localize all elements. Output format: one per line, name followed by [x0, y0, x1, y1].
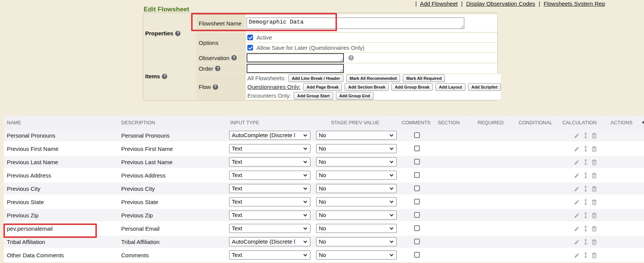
questionnaires-only-caption[interactable]: Questionnaires Only: — [247, 84, 301, 90]
delete-icon[interactable] — [592, 173, 597, 179]
help-icon[interactable]: ? — [213, 84, 218, 90]
add-group-start-button[interactable]: Add Group Start — [294, 92, 333, 100]
edit-icon[interactable] — [574, 146, 580, 152]
delete-icon[interactable] — [592, 159, 597, 165]
active-checkbox[interactable] — [247, 35, 253, 40]
mark-all-required-button[interactable]: Mark All Required — [403, 74, 445, 82]
comments-checkbox[interactable] — [414, 252, 420, 258]
observation-label: Observation ? — [196, 53, 246, 63]
move-icon[interactable] — [584, 185, 588, 192]
move-icon[interactable] — [584, 146, 588, 152]
comments-checkbox[interactable] — [414, 132, 420, 138]
add-page-break-button[interactable]: Add Page Break — [303, 83, 342, 91]
move-icon[interactable] — [584, 199, 588, 205]
edit-icon[interactable] — [574, 133, 580, 139]
add-line-break-header-button[interactable]: Add Line Break / Header — [288, 74, 343, 82]
input-type-value: Text — [232, 185, 242, 192]
stage-prev-value-select[interactable]: No — [316, 184, 397, 193]
col-header-name: NAME — [7, 120, 21, 125]
row-name: Previous State — [7, 199, 44, 205]
allow-save-checkbox[interactable] — [247, 45, 253, 51]
add-layout-button[interactable]: Add Layout — [435, 83, 465, 91]
stage-prev-value-select[interactable]: No — [316, 131, 397, 140]
stage-prev-value-select[interactable]: No — [316, 144, 397, 153]
table-row: Personal Pronouns Personal Pronouns Auto… — [4, 129, 644, 143]
edit-icon[interactable] — [574, 212, 580, 219]
add-group-end-button[interactable]: Add Group End — [336, 92, 373, 100]
help-icon[interactable]: ? — [348, 55, 354, 60]
mark-all-recommended-button[interactable]: Mark All Recommended — [346, 74, 400, 82]
comments-checkbox[interactable] — [414, 225, 420, 231]
delete-icon[interactable] — [592, 252, 597, 258]
input-type-select[interactable]: AutoComplete (Discrete l — [229, 237, 310, 246]
input-type-select[interactable]: Text — [229, 211, 310, 220]
add-group-break-button[interactable]: Add Group Break — [391, 83, 433, 91]
add-scriptlet-button[interactable]: Add Scriptlet — [468, 83, 501, 91]
nav-link-add-flowsheet[interactable]: Add Flowsheet — [420, 0, 457, 7]
encounters-only-line: Encounters Only: Add Group Start Add Gro… — [246, 91, 501, 100]
comments-checkbox[interactable] — [414, 199, 420, 204]
nav-link-display-observation-codes[interactable]: Display Observation Codes — [466, 0, 535, 7]
help-icon[interactable]: ? — [175, 31, 180, 36]
delete-icon[interactable] — [592, 186, 597, 192]
delete-icon[interactable] — [592, 212, 597, 219]
add-section-break-button[interactable]: Add Section Break — [345, 83, 389, 91]
input-type-select[interactable]: Text — [229, 224, 310, 233]
help-icon[interactable]: ? — [231, 55, 237, 60]
input-type-select[interactable]: Text — [229, 250, 310, 260]
order-input[interactable] — [247, 64, 344, 73]
chevron-down-icon — [390, 146, 394, 150]
stage-prev-value-select[interactable]: No — [316, 224, 397, 233]
move-icon[interactable] — [584, 159, 588, 165]
input-type-select[interactable]: Text — [229, 144, 310, 153]
stage-prev-value-select[interactable]: No — [316, 157, 397, 166]
delete-icon[interactable] — [592, 146, 597, 152]
edit-icon[interactable] — [574, 199, 580, 205]
help-icon[interactable]: ? — [162, 74, 167, 79]
move-icon[interactable] — [584, 239, 588, 245]
move-icon[interactable] — [584, 225, 588, 232]
move-icon[interactable] — [584, 172, 588, 179]
edit-icon[interactable] — [574, 252, 580, 258]
edit-icon[interactable] — [574, 226, 580, 232]
comments-checkbox[interactable] — [414, 159, 420, 165]
options-row: Options Active Allow Save for Later (Que… — [196, 33, 497, 52]
table-row: Previous First Name Previous First Name … — [4, 143, 644, 156]
stage-prev-value-select[interactable]: No — [316, 197, 397, 206]
comments-checkbox[interactable] — [414, 172, 420, 178]
comments-checkbox[interactable] — [414, 239, 420, 244]
edit-icon[interactable] — [574, 173, 580, 179]
stage-prev-value: No — [319, 238, 326, 245]
flowsheet-name-input[interactable]: Demographic Data — [247, 17, 464, 29]
col-header-required: REQUIRED — [478, 120, 504, 125]
stage-prev-value-select[interactable]: No — [316, 211, 397, 220]
nav-link-flowsheets-system-reports[interactable]: Flowsheets System Rep — [544, 0, 605, 7]
observation-input[interactable] — [247, 53, 344, 62]
input-type-select[interactable]: Text — [229, 197, 310, 206]
input-type-select[interactable]: AutoComplete (Discrete l — [229, 131, 310, 140]
delete-icon[interactable] — [592, 226, 597, 232]
stage-prev-value-select[interactable]: No — [316, 237, 397, 246]
delete-icon[interactable] — [592, 133, 597, 139]
input-type-select[interactable]: Text — [229, 157, 310, 166]
delete-icon[interactable] — [592, 199, 597, 205]
delete-icon[interactable] — [592, 239, 597, 245]
stage-prev-value-select[interactable]: No — [316, 171, 397, 180]
comments-checkbox[interactable] — [414, 146, 420, 151]
help-icon[interactable]: ? — [215, 66, 220, 71]
edit-icon[interactable] — [574, 239, 580, 245]
move-icon[interactable] — [584, 212, 588, 219]
comments-checkbox[interactable] — [414, 185, 420, 191]
edit-icon[interactable] — [574, 159, 580, 165]
stage-prev-value-select[interactable]: No — [316, 250, 397, 260]
col-header-conditional: CONDITIONAL — [519, 120, 552, 125]
all-flowsheets-caption: All Flowsheets: — [247, 75, 286, 81]
items-section-label: Items ? — [145, 73, 195, 79]
move-icon[interactable] — [584, 252, 588, 258]
move-icon[interactable] — [584, 132, 588, 139]
input-type-select[interactable]: Text — [229, 171, 310, 180]
input-type-select[interactable]: Text — [229, 184, 310, 193]
edit-icon[interactable] — [574, 186, 580, 192]
col-header-input-type: INPUT TYPE — [230, 120, 259, 125]
comments-checkbox[interactable] — [414, 212, 420, 218]
